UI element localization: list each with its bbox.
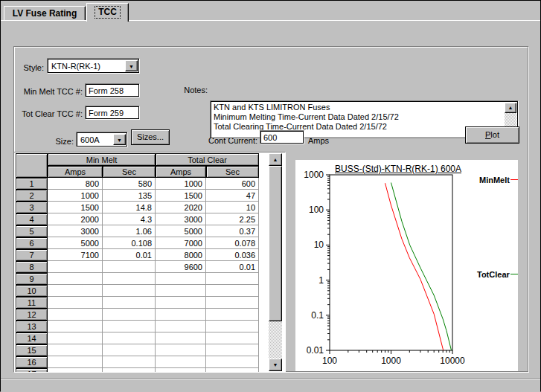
grid-scrollbar-thumb[interactable] bbox=[269, 166, 282, 321]
grid-cell[interactable] bbox=[206, 321, 259, 332]
grid-cell[interactable] bbox=[48, 273, 103, 285]
grid-row-header[interactable]: 10 bbox=[16, 285, 48, 297]
grid-cell[interactable] bbox=[103, 344, 156, 356]
grid-cell[interactable]: 0.37 bbox=[206, 225, 259, 237]
grid-row-header[interactable]: 13 bbox=[16, 321, 48, 332]
grid-cell[interactable] bbox=[156, 285, 206, 297]
grid-row-header[interactable]: 17 bbox=[16, 368, 48, 373]
grid-row-header[interactable]: 2 bbox=[16, 190, 48, 202]
grid-row-header[interactable]: 3 bbox=[16, 202, 48, 213]
grid-scroll-track[interactable] bbox=[269, 321, 282, 359]
grid-cell[interactable]: 0.108 bbox=[103, 237, 156, 249]
grid-row-header[interactable]: 8 bbox=[16, 261, 48, 273]
grid-cell[interactable] bbox=[48, 261, 103, 273]
grid-row-header[interactable]: 15 bbox=[16, 344, 48, 356]
grid-cell[interactable] bbox=[103, 309, 156, 321]
grid-cell[interactable] bbox=[103, 368, 156, 373]
grid-cell[interactable] bbox=[156, 356, 206, 368]
sizes-button[interactable]: Sizes... bbox=[131, 129, 170, 145]
grid-cell[interactable] bbox=[48, 309, 103, 321]
grid-cell[interactable]: 2000 bbox=[48, 213, 103, 225]
tab-lv-fuse-rating[interactable]: LV Fuse Rating bbox=[4, 6, 86, 21]
grid-cell[interactable]: 135 bbox=[103, 190, 156, 202]
grid-cell[interactable] bbox=[48, 321, 103, 332]
grid-cell[interactable]: 5000 bbox=[48, 237, 103, 249]
grid-row-header[interactable]: 5 bbox=[16, 225, 48, 237]
grid-cell[interactable]: 1000 bbox=[156, 178, 206, 190]
grid-row-header[interactable]: 16 bbox=[16, 356, 48, 368]
grid-scroll-down-button[interactable]: ▼ bbox=[269, 359, 282, 371]
grid-cell[interactable]: 9600 bbox=[156, 261, 206, 273]
size-combobox[interactable]: 600A ▼ bbox=[76, 132, 128, 147]
grid-cell[interactable]: 1500 bbox=[48, 202, 103, 213]
size-dropdown-button[interactable]: ▼ bbox=[113, 134, 126, 145]
grid-cell[interactable]: 0.036 bbox=[206, 249, 259, 261]
grid-cell[interactable]: 8000 bbox=[156, 249, 206, 261]
grid-cell[interactable]: 4.3 bbox=[103, 213, 156, 225]
notes-scroll-track[interactable] bbox=[505, 113, 516, 128]
grid-cell[interactable] bbox=[156, 344, 206, 356]
grid-cell[interactable] bbox=[206, 368, 259, 373]
grid-cell[interactable]: 7100 bbox=[48, 249, 103, 261]
grid-cell[interactable] bbox=[156, 309, 206, 321]
grid-cell[interactable]: 580 bbox=[103, 178, 156, 190]
grid-cell[interactable]: 10 bbox=[206, 202, 259, 213]
grid-cell[interactable] bbox=[206, 344, 259, 356]
grid-cell[interactable]: 600 bbox=[206, 178, 259, 190]
grid-cell[interactable]: 0.01 bbox=[103, 249, 156, 261]
cont-current-input[interactable]: 600 bbox=[260, 130, 304, 144]
grid-scrollbar[interactable]: ▲ ▼ bbox=[269, 153, 282, 371]
grid-cell[interactable]: 3000 bbox=[156, 213, 206, 225]
grid-cell[interactable] bbox=[103, 356, 156, 368]
grid-row-header[interactable]: 4 bbox=[16, 213, 48, 225]
grid-cell[interactable] bbox=[103, 321, 156, 332]
grid-cell[interactable]: 7000 bbox=[156, 237, 206, 249]
grid-cell[interactable] bbox=[156, 297, 206, 309]
plot-button[interactable]: Plot bbox=[465, 126, 519, 144]
grid-cell[interactable] bbox=[103, 261, 156, 273]
grid-cell[interactable]: 1000 bbox=[48, 190, 103, 202]
grid-cell[interactable] bbox=[206, 356, 259, 368]
grid-cell[interactable]: 5000 bbox=[156, 225, 206, 237]
grid-cell[interactable] bbox=[48, 285, 103, 297]
grid-cell[interactable] bbox=[156, 332, 206, 344]
grid-cell[interactable] bbox=[156, 273, 206, 285]
grid-cell[interactable] bbox=[103, 285, 156, 297]
grid-cell[interactable] bbox=[48, 356, 103, 368]
grid-row-header[interactable]: 12 bbox=[16, 309, 48, 321]
grid-cell[interactable] bbox=[156, 321, 206, 332]
grid-cell[interactable]: 2020 bbox=[156, 202, 206, 213]
grid-cell[interactable] bbox=[206, 285, 259, 297]
grid-cell[interactable] bbox=[206, 332, 259, 344]
min-melt-tcc-input[interactable]: Form 258 bbox=[85, 83, 140, 97]
style-dropdown-button[interactable]: ▼ bbox=[125, 60, 138, 71]
grid-cell[interactable]: 1500 bbox=[156, 190, 206, 202]
grid-row-header[interactable]: 7 bbox=[16, 249, 48, 261]
grid-cell[interactable] bbox=[103, 332, 156, 344]
grid-cell[interactable] bbox=[48, 332, 103, 344]
grid-cell[interactable] bbox=[48, 297, 103, 309]
tab-tcc[interactable]: TCC bbox=[86, 3, 129, 22]
grid-cell[interactable] bbox=[206, 297, 259, 309]
grid-cell[interactable]: 800 bbox=[48, 178, 103, 190]
grid-cell[interactable] bbox=[48, 344, 103, 356]
notes-scroll-up-button[interactable]: ▲ bbox=[505, 103, 516, 113]
grid-scroll-up-button[interactable]: ▲ bbox=[269, 153, 282, 166]
grid-cell[interactable]: 0.01 bbox=[206, 261, 259, 273]
grid-row-header[interactable]: 11 bbox=[16, 297, 48, 309]
tot-clear-tcc-input[interactable]: Form 259 bbox=[85, 106, 140, 120]
grid-row-header[interactable]: 6 bbox=[16, 237, 48, 249]
grid-cell[interactable]: 14.8 bbox=[103, 202, 156, 213]
style-combobox[interactable]: KTN-R(RK-1) ▼ bbox=[47, 58, 140, 74]
grid-cell[interactable] bbox=[156, 368, 206, 373]
grid-cell[interactable]: 1.06 bbox=[103, 225, 156, 237]
grid-cell[interactable] bbox=[206, 309, 259, 321]
grid-cell[interactable] bbox=[48, 368, 103, 373]
grid-cell[interactable]: 2.25 bbox=[206, 213, 259, 225]
grid-row-header[interactable]: 9 bbox=[16, 273, 48, 285]
grid-row-header[interactable]: 14 bbox=[16, 332, 48, 344]
grid-cell[interactable]: 47 bbox=[206, 190, 259, 202]
grid-cell[interactable] bbox=[103, 297, 156, 309]
grid-cell[interactable] bbox=[206, 273, 259, 285]
grid-row-header[interactable]: 1 bbox=[16, 178, 48, 190]
